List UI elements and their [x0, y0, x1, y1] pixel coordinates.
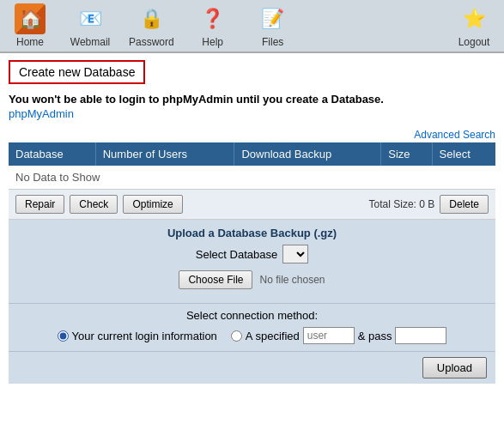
radio-current-login[interactable]: Your current login information: [58, 330, 217, 342]
pass-input[interactable]: [395, 327, 446, 344]
user-input[interactable]: [303, 327, 355, 344]
nav-files-label: Files: [262, 36, 283, 48]
advanced-search-link[interactable]: Advanced Search: [9, 129, 495, 141]
conn-method-title: Select connection method:: [17, 309, 487, 322]
delete-button[interactable]: Delete: [440, 195, 489, 214]
conn-method-section: Select connection method: Your current l…: [9, 303, 495, 351]
phpmyadmin-link[interactable]: phpMyAdmin: [9, 107, 495, 120]
files-icon: [258, 3, 288, 34]
top-navigation: Home Webmail Password Help Files Logout: [0, 0, 504, 53]
col-size: Size: [381, 142, 432, 166]
select-db-row: Select Database: [17, 245, 487, 263]
nav-password-label: Password: [129, 36, 174, 48]
webmail-icon: [75, 3, 106, 34]
create-db-title: Create new Database: [19, 65, 135, 79]
select-db-dropdown[interactable]: [282, 245, 308, 263]
nav-files[interactable]: Files: [252, 3, 295, 48]
page-content: Create new Database You won't be able to…: [0, 53, 504, 436]
conn-method-row: Your current login information A specifi…: [17, 327, 487, 344]
warning-text: You won't be able to login to phpMyAdmin…: [9, 93, 495, 106]
nav-logout[interactable]: Logout: [452, 3, 495, 48]
upload-btn-row: Upload: [9, 351, 495, 384]
radio-specified-input[interactable]: [231, 330, 242, 342]
optimize-button[interactable]: Optimize: [123, 195, 182, 214]
col-users: Number of Users: [95, 142, 234, 166]
col-select: Select: [432, 142, 495, 166]
nav-home[interactable]: Home: [9, 3, 52, 48]
create-db-header: Create new Database: [9, 60, 145, 84]
select-db-label: Select Database: [196, 248, 277, 261]
specified-row: A specified & pass: [231, 327, 447, 344]
nav-help[interactable]: Help: [191, 3, 234, 48]
upload-title: Upload a Database Backup (.gz): [17, 227, 487, 239]
nav-home-label: Home: [16, 36, 44, 48]
home-icon: [15, 3, 46, 34]
upload-section: Upload a Database Backup (.gz) Select Da…: [9, 220, 495, 303]
upload-button[interactable]: Upload: [422, 357, 487, 378]
col-backup: Download Backup: [234, 142, 381, 166]
password-icon: [136, 3, 167, 34]
choose-file-button[interactable]: Choose File: [179, 270, 252, 289]
help-icon: [197, 3, 228, 34]
check-button[interactable]: Check: [70, 195, 118, 214]
col-database: Database: [9, 142, 95, 166]
nav-webmail[interactable]: Webmail: [69, 3, 112, 48]
table-header-row: Database Number of Users Download Backup…: [9, 142, 495, 166]
radio-current-input[interactable]: [58, 330, 69, 342]
repair-button[interactable]: Repair: [15, 195, 64, 214]
logout-icon: [458, 3, 489, 34]
action-bar: Repair Check Optimize Total Size: 0 B De…: [9, 189, 495, 220]
radio-specified-label[interactable]: A specified: [231, 330, 300, 342]
database-table: Database Number of Users Download Backup…: [9, 142, 495, 189]
nav-webmail-label: Webmail: [70, 36, 110, 48]
no-file-label: No file chosen: [259, 274, 325, 286]
table-no-data-row: No Data to Show: [9, 166, 495, 189]
total-size-label: Total Size: 0 B: [369, 198, 435, 210]
no-data-cell: No Data to Show: [9, 166, 495, 189]
radio-current-label: Your current login information: [72, 330, 217, 342]
pass-label: & pass: [358, 330, 392, 342]
radio-specified-text: A specified: [246, 330, 300, 342]
nav-logout-label: Logout: [458, 36, 490, 48]
choose-file-row: Choose File No file chosen: [17, 270, 487, 289]
nav-help-label: Help: [202, 36, 223, 48]
nav-password[interactable]: Password: [129, 3, 174, 48]
